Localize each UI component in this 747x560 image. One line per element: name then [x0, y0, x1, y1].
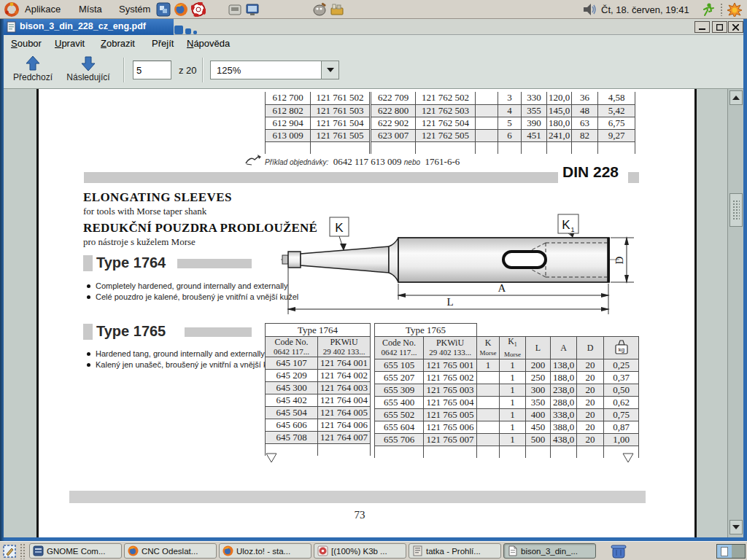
display-settings-icon[interactable] — [245, 2, 260, 17]
menu-help[interactable]: Nápověda — [187, 38, 230, 49]
table-cell: 3 — [498, 92, 522, 104]
trash-icon[interactable] — [610, 543, 627, 559]
table-row: 645 606121 764 006 — [266, 419, 371, 432]
table-row — [266, 444, 371, 456]
header-line: PKWiU — [330, 337, 357, 347]
previous-page-button[interactable]: Předchozí — [9, 55, 56, 86]
table-cell: 120,0 — [547, 92, 572, 104]
table-cell: 4 — [498, 104, 522, 117]
zoom-select[interactable]: 125% — [210, 61, 339, 79]
scroll-down-button[interactable] — [729, 520, 743, 534]
menu-label-part: ít — [169, 38, 174, 49]
table-row: 655 502121 765 0051400338,0200,75 — [375, 409, 639, 421]
order-example-label: Příklad objednávky: — [265, 158, 328, 166]
volume-icon[interactable] — [582, 3, 598, 16]
din-standard-label: DIN 228 — [562, 163, 619, 181]
minimize-button[interactable] — [694, 21, 710, 33]
tasklist-handle[interactable] — [20, 543, 26, 559]
table-cell: 20 — [577, 409, 604, 421]
scrollbar-thumb[interactable] — [729, 193, 743, 227]
k3b-icon — [317, 545, 328, 556]
table-continues-triangle — [266, 453, 277, 463]
taskbar-button-k3b[interactable]: [(100%) K3b ... — [314, 543, 406, 559]
table-cell: 655 502 — [375, 409, 424, 421]
table-cell: 121 765 006 — [424, 421, 477, 434]
close-button[interactable] — [728, 21, 743, 33]
table-cell — [476, 104, 498, 117]
help-lifesaver-icon[interactable] — [191, 2, 206, 17]
table-cell — [526, 446, 551, 458]
window-titlebar[interactable]: bison_3_din_228_cz_eng.pdf — [4, 19, 743, 35]
arrow-down-icon — [732, 525, 740, 529]
firefox-launcher-icon[interactable] — [174, 2, 188, 17]
taskbar-button-file-browser[interactable]: tatka - Prohlí... — [409, 543, 501, 559]
table-cell: 655 207 — [375, 372, 424, 384]
bullet-icon — [87, 284, 90, 288]
menu-go[interactable]: Přejít — [152, 38, 174, 49]
update-notifier-icon[interactable] — [727, 2, 743, 17]
menu-file[interactable]: Soubor — [11, 38, 42, 49]
din-band-square — [628, 172, 639, 183]
taskbar-button-gnome-commander[interactable]: GNOME Com... — [29, 543, 122, 559]
show-desktop-icon[interactable] — [2, 544, 17, 559]
menu-label-accel: S — [11, 38, 18, 49]
removable-media-icon[interactable] — [228, 2, 242, 17]
weight-kg-icon: kg — [614, 339, 629, 355]
vertical-scrollbar[interactable] — [727, 89, 743, 537]
titlebar-decoration — [174, 26, 183, 34]
table-cell: 0,50 — [604, 384, 639, 397]
taskbar-button-pdf-active[interactable]: bison_3_din_... — [503, 543, 596, 559]
workspace-switcher[interactable] — [716, 544, 746, 559]
table-cell: 121 762 505 — [416, 129, 476, 141]
taskbar-button-firefox-cnc[interactable]: CNC Odeslat... — [124, 543, 217, 559]
table-cell: 121 764 007 — [318, 432, 371, 444]
table-cell — [572, 141, 598, 154]
menu-view[interactable]: Zobrazit — [101, 38, 135, 49]
workspace-active[interactable] — [717, 545, 732, 558]
header-line: K — [485, 338, 492, 348]
table-row: 613 009121 761 505623 007121 762 5056451… — [266, 129, 635, 141]
din-band — [84, 172, 558, 183]
table-cell: 350 — [526, 397, 551, 409]
distro-logo-icon[interactable] — [4, 2, 19, 17]
panel-menu-system[interactable]: Systém — [119, 4, 150, 15]
table-cell: 623 007 — [371, 129, 416, 141]
next-label: Následující — [66, 72, 109, 82]
session-runner-icon[interactable] — [700, 2, 715, 17]
panel-menu-places[interactable]: Místa — [79, 4, 102, 15]
table-cell — [318, 444, 371, 456]
table-cell: 63 — [572, 117, 598, 129]
scroll-up-button[interactable] — [729, 90, 743, 105]
panel-clock[interactable]: Čt, 18. červen, 19:41 — [601, 4, 689, 15]
transition-collar — [389, 238, 398, 282]
table-cell — [477, 421, 500, 434]
notification-area-handle[interactable] — [720, 3, 723, 16]
firefox-icon — [222, 545, 233, 556]
table-cell: 241,0 — [547, 129, 572, 141]
toolbox-icon[interactable] — [330, 2, 344, 17]
gnome-bottom-panel: GNOME Com... CNC Odeslat... Uloz.to! - s… — [0, 541, 747, 560]
task-label: [(100%) K3b ... — [331, 547, 387, 556]
gimp-icon[interactable] — [312, 2, 327, 17]
table-cell: 451 — [522, 129, 547, 141]
workspace-inactive[interactable] — [732, 545, 745, 558]
thumb-grip — [732, 200, 740, 220]
panel-menu-applications[interactable]: Aplikace — [25, 4, 61, 15]
table-cell: 645 209 — [266, 370, 318, 382]
tang — [288, 252, 301, 268]
header-line: Code No. — [382, 338, 416, 348]
table-cell — [477, 409, 500, 421]
next-page-button[interactable]: Následující — [61, 55, 116, 86]
maximize-button[interactable] — [712, 21, 727, 33]
taskbar-button-firefox-uloz[interactable]: Uloz.to! - sta... — [219, 543, 311, 559]
blue-app-launcher-icon[interactable] — [156, 2, 171, 17]
document-viewport[interactable]: 612 700121 761 502622 709121 762 5023330… — [4, 89, 743, 537]
table-cell: 121 764 004 — [318, 394, 371, 407]
zoom-dropdown-button[interactable] — [321, 61, 338, 79]
header-line: 29 402 133... — [323, 347, 365, 356]
table-cell: 200 — [526, 359, 551, 372]
table-row: 645 504121 764 005 — [266, 407, 371, 419]
table-cell: 138,0 — [551, 359, 577, 372]
page-number-input[interactable] — [133, 61, 171, 79]
menu-edit[interactable]: Upravit — [55, 38, 85, 49]
